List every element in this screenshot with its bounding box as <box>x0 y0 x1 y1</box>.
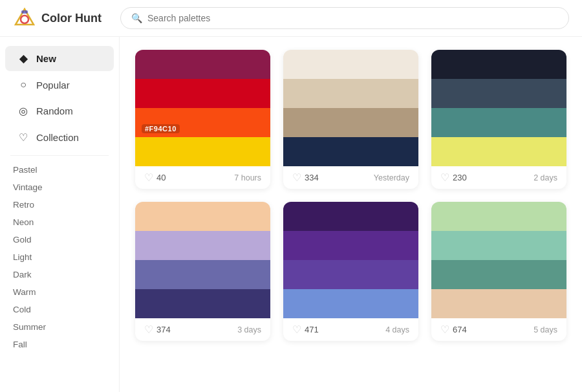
palettes-grid: #F94C10 ♡ 40 7 hours <box>135 50 566 341</box>
main-content: #F94C10 ♡ 40 7 hours <box>120 37 582 392</box>
swatch <box>135 202 270 231</box>
heart-icon: ♡ <box>292 323 301 336</box>
swatch: #F94C10 <box>135 108 270 137</box>
layout: ◆ New ○ Popular ◎ Random ♡ Collection Pa… <box>0 37 582 392</box>
svg-rect-3 <box>21 10 28 14</box>
palette-card: #F94C10 ♡ 40 7 hours <box>135 50 270 189</box>
palette-swatches <box>283 50 418 166</box>
tag-dark[interactable]: Dark <box>0 266 119 283</box>
palette-card: ♡ 374 3 days <box>135 202 270 341</box>
like-button[interactable]: ♡ 40 <box>144 171 166 184</box>
palette-card: ♡ 471 4 days <box>283 202 418 341</box>
like-button[interactable]: ♡ 674 <box>440 323 467 336</box>
swatch <box>431 260 566 289</box>
swatch <box>135 289 270 318</box>
heart-icon: ♡ <box>144 323 153 336</box>
palette-swatches <box>431 202 566 318</box>
like-button[interactable]: ♡ 374 <box>144 323 171 336</box>
swatch <box>135 50 270 79</box>
tag-neon[interactable]: Neon <box>0 213 119 231</box>
sidebar-label-collection: Collection <box>36 132 79 143</box>
logo-icon <box>13 6 36 30</box>
heart-icon: ♡ <box>292 171 301 184</box>
palette-footer: ♡ 40 7 hours <box>135 166 270 189</box>
heart-icon: ♡ <box>440 323 449 336</box>
swatch <box>283 108 418 137</box>
time-label: 2 days <box>534 173 557 182</box>
swatch-label: #F94C10 <box>142 124 180 133</box>
palette-card: ♡ 334 Yesterday <box>283 50 418 189</box>
palette-card: ♡ 230 2 days <box>431 50 566 189</box>
time-label: Yesterday <box>374 173 409 182</box>
swatch <box>283 137 418 166</box>
palette-swatches <box>283 202 418 318</box>
like-count: 674 <box>453 325 467 334</box>
time-label: 3 days <box>237 325 261 334</box>
sidebar-divider <box>10 155 109 156</box>
tag-vintage[interactable]: Vintage <box>0 179 119 196</box>
swatch <box>431 137 566 166</box>
tag-warm[interactable]: Warm <box>0 283 119 301</box>
search-input[interactable] <box>147 13 558 23</box>
random-icon: ◎ <box>17 105 30 117</box>
like-button[interactable]: ♡ 230 <box>440 171 467 184</box>
swatch <box>283 231 418 260</box>
sidebar-item-popular[interactable]: ○ Popular <box>5 72 114 97</box>
time-label: 7 hours <box>234 173 261 182</box>
swatch <box>283 202 418 231</box>
sidebar-item-collection[interactable]: ♡ Collection <box>5 125 114 150</box>
palette-swatches <box>135 202 270 318</box>
swatch <box>283 260 418 289</box>
like-button[interactable]: ♡ 471 <box>292 323 319 336</box>
swatch <box>431 50 566 79</box>
swatch <box>135 260 270 289</box>
like-count: 334 <box>305 173 319 182</box>
like-count: 40 <box>156 173 166 182</box>
palette-swatches: #F94C10 <box>135 50 270 166</box>
tag-pastel[interactable]: Pastel <box>0 161 119 179</box>
tag-fall[interactable]: Fall <box>0 336 119 353</box>
like-count: 230 <box>453 173 467 182</box>
tag-cold[interactable]: Cold <box>0 301 119 318</box>
logo-text: Color Hunt <box>41 12 102 25</box>
sidebar-item-new[interactable]: ◆ New <box>5 46 114 71</box>
search-bar[interactable]: 🔍 <box>120 7 569 29</box>
sidebar-label-new: New <box>36 53 56 64</box>
like-count: 471 <box>305 325 319 334</box>
palette-footer: ♡ 374 3 days <box>135 318 270 341</box>
tag-light[interactable]: Light <box>0 248 119 266</box>
time-label: 4 days <box>385 325 409 334</box>
palette-footer: ♡ 230 2 days <box>431 166 566 189</box>
header: Color Hunt 🔍 <box>0 0 582 37</box>
tag-summer[interactable]: Summer <box>0 318 119 336</box>
time-label: 5 days <box>534 325 557 334</box>
swatch <box>431 231 566 260</box>
heart-icon: ♡ <box>440 171 449 184</box>
tag-retro[interactable]: Retro <box>0 196 119 213</box>
like-count: 374 <box>156 325 171 334</box>
palette-footer: ♡ 334 Yesterday <box>283 166 418 189</box>
new-icon: ◆ <box>17 52 30 65</box>
search-icon: 🔍 <box>131 13 142 23</box>
sidebar-label-random: Random <box>36 105 73 116</box>
tag-gold[interactable]: Gold <box>0 231 119 248</box>
swatch <box>431 108 566 137</box>
like-button[interactable]: ♡ 334 <box>292 171 319 184</box>
swatch <box>283 50 418 79</box>
palette-swatches <box>431 50 566 166</box>
popular-icon: ○ <box>17 79 30 91</box>
swatch <box>431 79 566 108</box>
swatch <box>431 202 566 231</box>
palette-footer: ♡ 471 4 days <box>283 318 418 341</box>
swatch <box>135 231 270 260</box>
sidebar: ◆ New ○ Popular ◎ Random ♡ Collection Pa… <box>0 37 120 392</box>
swatch <box>135 79 270 108</box>
sidebar-item-random[interactable]: ◎ Random <box>5 98 114 124</box>
swatch <box>283 289 418 318</box>
heart-icon: ♡ <box>144 171 153 184</box>
logo-area: Color Hunt <box>13 6 110 30</box>
swatch <box>431 289 566 318</box>
swatch <box>283 79 418 108</box>
sidebar-label-popular: Popular <box>36 80 70 91</box>
collection-icon: ♡ <box>17 131 30 144</box>
